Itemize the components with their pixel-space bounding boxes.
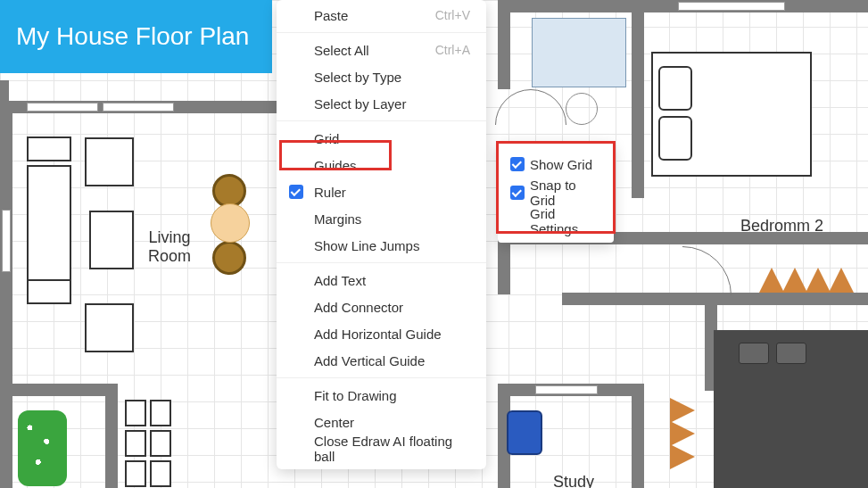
bath-fixture — [532, 18, 626, 87]
menu-separator — [277, 262, 486, 263]
menu-label: Add Text — [314, 273, 366, 288]
small-chair — [150, 430, 171, 457]
wall — [632, 384, 644, 488]
window — [2, 210, 11, 272]
pillow — [658, 116, 692, 161]
wall — [105, 384, 118, 488]
small-chair — [125, 460, 146, 487]
menu-add-connector[interactable]: Add Connector — [277, 294, 486, 320]
menu-grid[interactable]: Grid — [277, 125, 486, 152]
stool — [212, 241, 246, 275]
armchair — [85, 303, 134, 352]
menu-label: Select by Layer — [314, 96, 406, 112]
bush — [18, 410, 67, 486]
menu-guides[interactable]: Guides — [277, 152, 486, 178]
wall — [498, 0, 510, 89]
small-chair — [150, 460, 171, 487]
menu-label: Margins — [314, 211, 361, 227]
window — [678, 2, 785, 11]
menu-label: Select by Type — [314, 70, 401, 85]
menu-label: Add Connector — [314, 300, 403, 315]
window — [27, 103, 98, 112]
menu-label: Guides — [314, 158, 357, 173]
small-chair — [125, 430, 146, 457]
small-chair — [125, 400, 146, 426]
submenu-label: Snap to Grid — [530, 178, 605, 208]
submenu-label: Show Grid — [530, 157, 592, 172]
window — [103, 103, 174, 112]
menu-select-all[interactable]: Select All Ctrl+A — [277, 37, 486, 63]
room-label-study: Study — [553, 473, 594, 488]
menu-select-by-layer[interactable]: Select by Layer — [277, 90, 486, 117]
wall — [632, 0, 644, 198]
toilet — [566, 93, 598, 125]
menu-label: Close Edraw AI floating ball — [314, 434, 470, 464]
desk-chair — [507, 410, 542, 455]
plan-title: My House Floor Plan — [16, 22, 249, 51]
pillow — [658, 66, 692, 111]
menu-separator — [277, 120, 486, 121]
grid-submenu: Show Grid Snap to Grid Grid Settings — [498, 143, 614, 243]
side-table — [27, 136, 71, 161]
menu-label: Ruler — [314, 185, 346, 200]
wardrobe — [670, 399, 695, 468]
submenu-grid-settings[interactable]: Grid Settings — [498, 207, 614, 236]
menu-fit-to-drawing[interactable]: Fit to Drawing — [277, 382, 486, 409]
menu-add-h-guide[interactable]: Add Horizontal Guide — [277, 320, 486, 347]
menu-label: Show Line Jumps — [314, 238, 419, 253]
menu-separator — [277, 377, 486, 378]
side-table — [27, 279, 71, 304]
menu-close-floating-ball[interactable]: Close Edraw AI floating ball — [277, 435, 486, 462]
context-menu: Paste Ctrl+V Select All Ctrl+A Select by… — [277, 0, 486, 469]
room-label-bedroom2: Bedromm 2 — [740, 217, 823, 236]
title-banner: My House Floor Plan — [0, 0, 272, 73]
check-icon — [510, 157, 525, 171]
wardrobe — [760, 268, 853, 293]
small-chair — [150, 400, 171, 426]
menu-label: Paste — [314, 8, 348, 23]
check-icon — [510, 186, 525, 200]
pillow — [776, 343, 806, 364]
wall — [0, 384, 116, 396]
check-icon — [289, 185, 303, 199]
wall — [0, 101, 12, 488]
coffee-table — [89, 211, 134, 269]
menu-center[interactable]: Center — [277, 409, 486, 435]
menu-add-text[interactable]: Add Text — [277, 267, 486, 294]
menu-paste[interactable]: Paste Ctrl+V — [277, 2, 486, 29]
menu-label: Grid — [314, 131, 339, 146]
submenu-show-grid[interactable]: Show Grid — [498, 150, 614, 178]
menu-label: Add Horizontal Guide — [314, 327, 442, 342]
submenu-snap-to-grid[interactable]: Snap to Grid — [498, 178, 614, 207]
menu-add-v-guide[interactable]: Add Vertical Guide — [277, 347, 486, 374]
menu-shortcut: Ctrl+A — [435, 43, 470, 57]
menu-separator — [277, 32, 486, 33]
menu-show-line-jumps[interactable]: Show Line Jumps — [277, 232, 486, 259]
menu-shortcut: Ctrl+V — [435, 8, 470, 22]
menu-label: Select All — [314, 43, 369, 58]
window — [535, 385, 598, 394]
round-table — [211, 203, 250, 243]
submenu-label: Grid Settings — [530, 206, 605, 236]
menu-margins[interactable]: Margins — [277, 205, 486, 232]
menu-ruler[interactable]: Ruler — [277, 178, 486, 205]
menu-label: Center — [314, 415, 354, 430]
menu-select-by-type[interactable]: Select by Type — [277, 63, 486, 90]
armchair — [85, 137, 134, 186]
menu-label: Fit to Drawing — [314, 388, 397, 403]
menu-label: Add Vertical Guide — [314, 353, 425, 368]
pillow — [739, 343, 769, 364]
wall — [0, 80, 9, 107]
room-label-living: Living Room — [148, 228, 191, 266]
